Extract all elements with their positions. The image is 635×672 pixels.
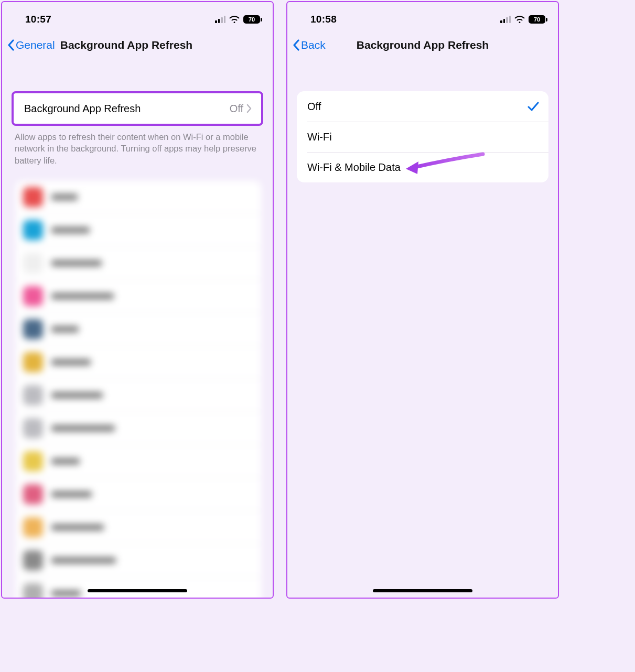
row-label: Wi-Fi & Mobile Data (307, 161, 539, 174)
back-label: General (16, 39, 55, 51)
app-list-blurred (16, 181, 261, 599)
app-row-blurred (16, 577, 261, 599)
row-value: Off (230, 103, 243, 115)
chevron-right-icon (246, 104, 252, 113)
option-wifi[interactable]: Wi-Fi (297, 122, 548, 152)
row-label: Background App Refresh (24, 103, 230, 115)
app-row-blurred (16, 379, 261, 412)
battery-icon: 70 (529, 15, 545, 24)
status-time: 10:58 (310, 14, 337, 25)
wifi-icon (229, 15, 240, 24)
app-row-blurred (16, 346, 261, 379)
cellular-icon (215, 16, 225, 23)
home-indicator (373, 589, 472, 592)
app-row-blurred (16, 280, 261, 313)
checkmark-icon (528, 101, 539, 112)
wifi-icon (514, 15, 525, 24)
home-indicator (88, 589, 187, 592)
status-bar: 10:57 70 (2, 2, 273, 31)
row-label: Off (307, 101, 528, 113)
status-icons: 70 (215, 15, 260, 24)
app-row-blurred (16, 445, 261, 478)
app-row-blurred (16, 181, 261, 214)
row-label: Wi-Fi (307, 131, 539, 143)
app-row-blurred (16, 313, 261, 346)
page-title: Background App Refresh (287, 39, 558, 51)
footer-description: Allow apps to refresh their content when… (2, 126, 273, 166)
battery-level: 70 (534, 16, 540, 23)
phone-right: 10:58 70 Back Background App Refresh Off (286, 1, 559, 599)
app-row-blurred (16, 544, 261, 577)
phone-left: 10:57 70 General Background App Refresh … (1, 1, 274, 599)
battery-icon: 70 (243, 15, 260, 24)
app-row-blurred (16, 511, 261, 544)
background-app-refresh-row[interactable]: Background App Refresh Off (14, 93, 261, 124)
app-row-blurred (16, 478, 261, 511)
status-time: 10:57 (25, 14, 51, 25)
main-setting-group: Background App Refresh Off (12, 91, 263, 126)
nav-bar: Back Background App Refresh (287, 31, 558, 61)
app-row-blurred (16, 214, 261, 247)
option-wifi-mobile-data[interactable]: Wi-Fi & Mobile Data (297, 152, 548, 182)
app-row-blurred (16, 247, 261, 280)
battery-level: 70 (249, 16, 255, 23)
status-bar: 10:58 70 (287, 2, 558, 31)
nav-bar: General Background App Refresh (2, 31, 273, 61)
app-row-blurred (16, 412, 261, 445)
status-icons: 70 (500, 15, 545, 24)
options-group: Off Wi-Fi Wi-Fi & Mobile Data (297, 91, 548, 182)
chevron-left-icon (7, 39, 15, 51)
cellular-icon (500, 16, 511, 23)
page-title: Background App Refresh (60, 39, 192, 51)
option-off[interactable]: Off (297, 91, 548, 122)
back-button[interactable]: General (7, 39, 55, 51)
